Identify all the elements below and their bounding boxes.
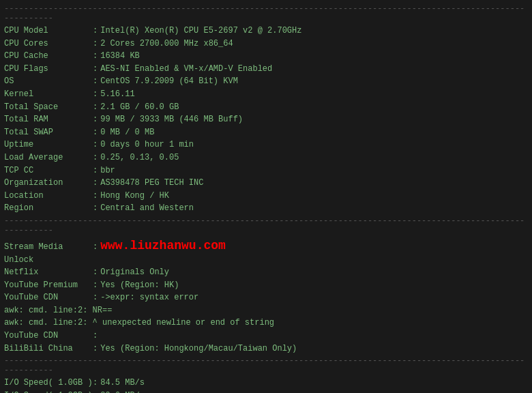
region-row: Region : Central and Western <box>4 202 528 215</box>
cpu-cores-colon: : <box>93 38 98 50</box>
total-ram-colon: : <box>93 113 98 126</box>
load-average-colon: : <box>93 151 98 164</box>
media-section: Stream Media Unlock : www.liuzhanwu.com … <box>4 237 528 355</box>
total-swap-colon: : <box>93 126 98 139</box>
io-speed-2-row: I/O Speed( 1.0GB ) : 89.6 MB/s <box>4 390 528 393</box>
media-divider: ----------------------------------------… <box>4 216 528 235</box>
total-swap-row: Total SWAP : 0 MB / 0 MB <box>4 126 528 139</box>
youtube-premium-value: Yes (Region: HK) <box>100 279 179 292</box>
load-average-value: 0.25, 0.13, 0.05 <box>100 151 179 164</box>
netflix-colon: : <box>93 266 98 279</box>
region-label: Region <box>4 202 93 215</box>
top-divider: ----------------------------------------… <box>4 4 528 23</box>
io-section: I/O Speed( 1.0GB ) : 84.5 MB/s I/O Speed… <box>4 377 528 393</box>
youtube-premium-colon: : <box>93 279 98 292</box>
total-swap-label: Total SWAP <box>4 126 93 139</box>
io-speed-1-value: 84.5 MB/s <box>100 377 145 390</box>
cpu-cache-row: CPU Cache : 16384 KB <box>4 50 528 63</box>
system-info-section: CPU Model : Intel(R) Xeon(R) CPU E5-2697… <box>4 25 528 215</box>
os-colon: : <box>93 75 98 88</box>
load-average-label: Load Average <box>4 151 93 164</box>
cpu-flags-colon: : <box>93 63 98 76</box>
netflix-value: Originals Only <box>100 266 169 279</box>
location-label: Location <box>4 190 93 203</box>
stream-media-row: Stream Media Unlock : www.liuzhanwu.com <box>4 237 528 266</box>
uptime-value: 0 days 0 hour 1 min <box>100 139 194 151</box>
youtube-cdn-empty-colon: : <box>93 330 98 343</box>
organization-colon: : <box>93 177 98 190</box>
bilibili-value: Yes (Region: Hongkong/Macau/Taiwan Only) <box>100 343 297 355</box>
io-speed-1-colon: : <box>93 377 98 390</box>
bilibili-label: BiliBili China <box>4 343 93 355</box>
cpu-cache-label: CPU Cache <box>4 50 93 63</box>
load-average-row: Load Average : 0.25, 0.13, 0.05 <box>4 151 528 164</box>
stream-media-label: Stream Media Unlock <box>4 241 93 266</box>
cpu-cores-label: CPU Cores <box>4 38 93 50</box>
kernel-label: Kernel <box>4 88 93 101</box>
location-row: Location : Hong Kong / HK <box>4 190 528 203</box>
youtube-premium-label: YouTube Premium <box>4 279 93 292</box>
terminal-output: ----------------------------------------… <box>4 4 528 393</box>
youtube-cdn-colon: : <box>93 291 98 304</box>
cpu-model-value: Intel(R) Xeon(R) CPU E5-2697 v2 @ 2.70GH… <box>100 25 301 38</box>
youtube-cdn-empty-label: YouTube CDN <box>4 330 93 343</box>
io-speed-1-row: I/O Speed( 1.0GB ) : 84.5 MB/s <box>4 377 528 390</box>
youtube-premium-row: YouTube Premium : Yes (Region: HK) <box>4 279 528 292</box>
youtube-cdn-label: YouTube CDN <box>4 291 93 304</box>
total-ram-value: 99 MB / 3933 MB (446 MB Buff) <box>100 113 243 126</box>
tcp-cc-value: bbr <box>100 164 115 177</box>
total-space-row: Total Space : 2.1 GB / 60.0 GB <box>4 101 528 114</box>
os-value: CentOS 7.9.2009 (64 Bit) KVM <box>100 75 238 88</box>
watermark: www.liuzhanwu.com <box>100 237 226 256</box>
tcp-cc-label: TCP CC <box>4 164 93 177</box>
kernel-row: Kernel : 5.16.11 <box>4 88 528 101</box>
location-value: Hong Kong / HK <box>100 190 169 203</box>
cpu-model-label: CPU Model <box>4 25 93 38</box>
total-space-colon: : <box>93 101 98 114</box>
youtube-cdn-value: ->expr: syntax error <box>100 291 198 304</box>
cpu-model-colon: : <box>93 25 98 38</box>
total-swap-value: 0 MB / 0 MB <box>100 126 154 139</box>
organization-value: AS398478 PEG TECH INC <box>100 177 203 190</box>
tcp-cc-colon: : <box>93 164 98 177</box>
region-value: Central and Western <box>100 202 194 215</box>
io-speed-2-value: 89.6 MB/s <box>100 390 145 393</box>
uptime-row: Uptime : 0 days 0 hour 1 min <box>4 139 528 151</box>
kernel-value: 5.16.11 <box>100 88 134 101</box>
cpu-flags-row: CPU Flags : AES-NI Enabled & VM-x/AMD-V … <box>4 63 528 76</box>
os-row: OS : CentOS 7.9.2009 (64 Bit) KVM <box>4 75 528 88</box>
location-colon: : <box>93 190 98 203</box>
organization-label: Organization <box>4 177 93 190</box>
bilibili-row: BiliBili China : Yes (Region: Hongkong/M… <box>4 343 528 355</box>
kernel-colon: : <box>93 88 98 101</box>
cpu-flags-value: AES-NI Enabled & VM-x/AMD-V Enabled <box>100 63 272 76</box>
cpu-cache-value: 16384 KB <box>100 50 140 63</box>
awk-line-2: awk: cmd. line:2: ^ unexpected newline o… <box>4 317 528 330</box>
cpu-cores-row: CPU Cores : 2 Cores 2700.000 MHz x86_64 <box>4 38 528 50</box>
stream-media-colon: : <box>93 241 98 254</box>
io-divider: ----------------------------------------… <box>4 356 528 375</box>
youtube-cdn-row: YouTube CDN : ->expr: syntax error <box>4 291 528 304</box>
io-speed-1-label: I/O Speed( 1.0GB ) <box>4 377 93 390</box>
total-space-value: 2.1 GB / 60.0 GB <box>100 101 179 114</box>
bilibili-colon: : <box>93 343 98 355</box>
organization-row: Organization : AS398478 PEG TECH INC <box>4 177 528 190</box>
total-space-label: Total Space <box>4 101 93 114</box>
uptime-colon: : <box>93 139 98 151</box>
netflix-label: Netflix <box>4 266 93 279</box>
region-colon: : <box>93 202 98 215</box>
cpu-model-row: CPU Model : Intel(R) Xeon(R) CPU E5-2697… <box>4 25 528 38</box>
total-ram-label: Total RAM <box>4 113 93 126</box>
netflix-row: Netflix : Originals Only <box>4 266 528 279</box>
awk-line-1: awk: cmd. line:2: NR== <box>4 304 528 317</box>
cpu-cores-value: 2 Cores 2700.000 MHz x86_64 <box>100 38 233 50</box>
cpu-flags-label: CPU Flags <box>4 63 93 76</box>
uptime-label: Uptime <box>4 139 93 151</box>
total-ram-row: Total RAM : 99 MB / 3933 MB (446 MB Buff… <box>4 113 528 126</box>
os-label: OS <box>4 75 93 88</box>
youtube-cdn-empty-row: YouTube CDN : <box>4 330 528 343</box>
io-speed-2-colon: : <box>93 390 98 393</box>
io-speed-2-label: I/O Speed( 1.0GB ) <box>4 390 93 393</box>
cpu-cache-colon: : <box>93 50 98 63</box>
tcp-cc-row: TCP CC : bbr <box>4 164 528 177</box>
